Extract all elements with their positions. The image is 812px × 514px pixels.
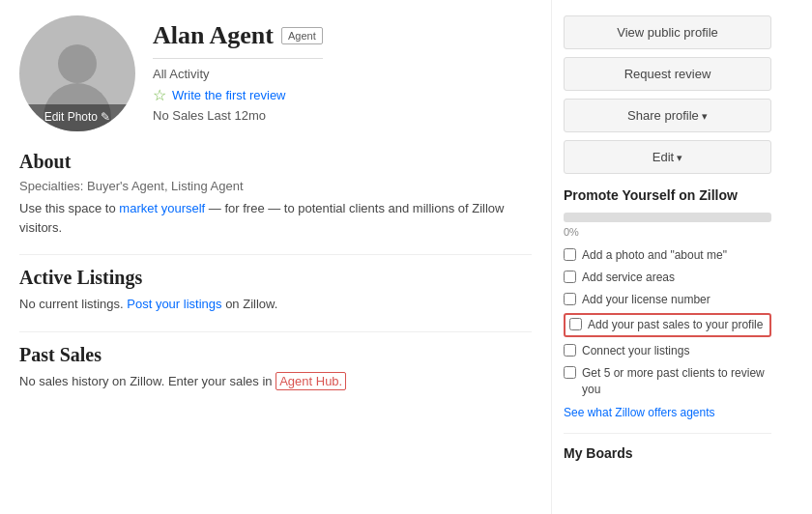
agent-hub-link[interactable]: Agent Hub.	[276, 372, 346, 390]
checklist-label: Add your license number	[582, 292, 710, 308]
checklist-item: Add your past sales to your profile	[564, 313, 771, 337]
checklist-label: Add your past sales to your profile	[588, 317, 763, 333]
active-listings-section: Active Listings No current listings. Pos…	[19, 267, 532, 314]
checklist-checkbox[interactable]	[564, 344, 576, 357]
activity-label: All Activity	[153, 67, 323, 81]
star-icon: ☆	[153, 86, 166, 104]
profile-name-row: Alan Agent Agent	[153, 21, 323, 59]
divider-2	[19, 331, 532, 332]
write-review-link[interactable]: Write the first review	[172, 88, 286, 102]
checklist-checkbox[interactable]	[564, 271, 576, 283]
checklist-item: Get 5 or more past clients to review you	[564, 365, 771, 398]
progress-label: 0%	[564, 226, 771, 238]
checklist-label: Connect your listings	[582, 343, 689, 359]
about-description: Use this space to market yourself — for …	[19, 199, 532, 237]
checklist-label: Add a photo and "about me"	[582, 247, 727, 264]
checklist-checkbox[interactable]	[564, 248, 576, 261]
checklist-checkbox[interactable]	[564, 366, 576, 379]
about-text-before: Use this space to	[19, 201, 119, 215]
past-sales-section: Past Sales No sales history on Zillow. E…	[19, 344, 532, 391]
no-listings-before: No current listings.	[19, 297, 127, 311]
edit-photo-button[interactable]: Edit Photo ✎	[19, 104, 135, 131]
profile-header: Edit Photo ✎ Alan Agent Agent All Activi…	[19, 15, 532, 131]
request-review-button[interactable]: Request review	[564, 57, 771, 91]
about-section: About Specialties: Buyer's Agent, Listin…	[19, 151, 532, 237]
share-profile-button[interactable]: Share profile	[564, 99, 771, 132]
checklist-item: Connect your listings	[564, 343, 771, 359]
checklist-label: Add service areas	[582, 270, 675, 286]
promote-title: Promote Yourself on Zillow	[564, 187, 771, 203]
checklist-item: Add your license number	[564, 292, 771, 308]
no-listings-after: on Zillow.	[222, 297, 278, 311]
my-boards-title: My Boards	[564, 433, 771, 461]
agent-badge: Agent	[281, 27, 323, 44]
checklist: Add a photo and "about me"Add service ar…	[564, 247, 771, 398]
market-yourself-link[interactable]: market yourself	[119, 201, 205, 215]
past-sales-text: No sales history on Zillow. Enter your s…	[19, 372, 532, 391]
divider-1	[19, 254, 532, 255]
avatar[interactable]: Edit Photo ✎	[19, 15, 135, 131]
about-title: About	[19, 151, 532, 173]
active-listings-text: No current listings. Post your listings …	[19, 295, 532, 314]
review-row: ☆ Write the first review	[153, 86, 323, 104]
post-listings-link[interactable]: Post your listings	[127, 297, 221, 311]
promote-box: Promote Yourself on Zillow 0% Add a phot…	[564, 187, 771, 419]
checklist-item: Add a photo and "about me"	[564, 247, 771, 264]
progress-bar	[564, 213, 771, 222]
left-column: Edit Photo ✎ Alan Agent Agent All Activi…	[0, 0, 551, 514]
specialties-text: Specialties: Buyer's Agent, Listing Agen…	[19, 179, 532, 193]
past-sales-title: Past Sales	[19, 344, 532, 366]
no-sales-label: No Sales Last 12mo	[153, 108, 323, 123]
active-listings-title: Active Listings	[19, 267, 532, 289]
checklist-checkbox[interactable]	[564, 293, 576, 305]
right-column: View public profile Request review Share…	[551, 0, 783, 514]
checklist-label: Get 5 or more past clients to review you	[582, 365, 771, 398]
edit-button[interactable]: Edit	[564, 140, 771, 174]
profile-info: Alan Agent Agent All Activity ☆ Write th…	[153, 15, 323, 123]
view-public-profile-button[interactable]: View public profile	[564, 15, 771, 49]
profile-name: Alan Agent	[153, 21, 274, 50]
checklist-item: Add service areas	[564, 270, 771, 286]
see-offers-link[interactable]: See what Zillow offers agents	[564, 406, 771, 419]
checklist-checkbox[interactable]	[569, 318, 582, 330]
past-sales-before: No sales history on Zillow. Enter your s…	[19, 374, 276, 388]
